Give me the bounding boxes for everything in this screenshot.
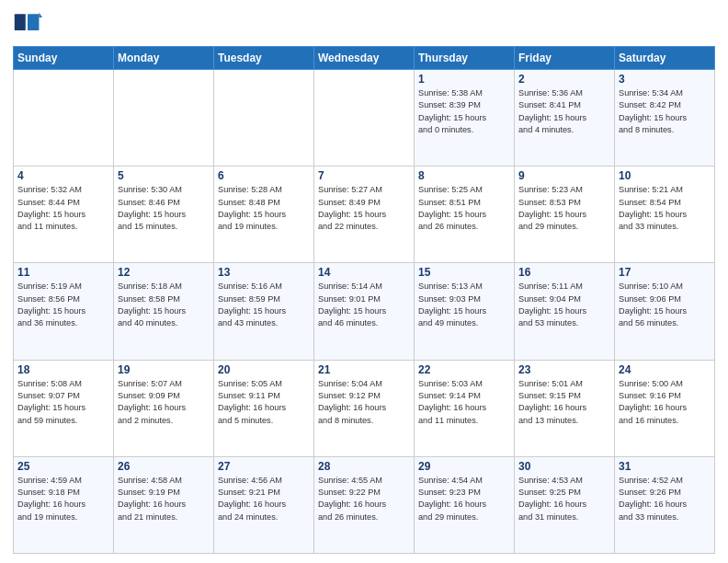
calendar-cell: 3Sunrise: 5:34 AM Sunset: 8:42 PM Daylig…	[615, 70, 715, 167]
weekday-header-wednesday: Wednesday	[314, 47, 415, 70]
calendar-cell: 1Sunrise: 5:38 AM Sunset: 8:39 PM Daylig…	[415, 70, 515, 167]
day-detail: Sunrise: 4:54 AM Sunset: 9:23 PM Dayligh…	[418, 475, 510, 523]
day-number: 27	[218, 460, 310, 473]
calendar-cell: 22Sunrise: 5:03 AM Sunset: 9:14 PM Dayli…	[415, 360, 515, 456]
day-detail: Sunrise: 5:07 AM Sunset: 9:09 PM Dayligh…	[118, 378, 210, 427]
day-detail: Sunrise: 5:21 AM Sunset: 8:54 PM Dayligh…	[619, 184, 711, 233]
day-detail: Sunrise: 5:10 AM Sunset: 9:06 PM Dayligh…	[619, 281, 711, 329]
day-number: 3	[619, 73, 711, 86]
logo-icon	[13, 9, 42, 39]
day-detail: Sunrise: 5:16 AM Sunset: 8:59 PM Dayligh…	[218, 281, 310, 329]
day-number: 30	[518, 460, 610, 473]
day-number: 18	[17, 363, 109, 376]
day-number: 22	[418, 363, 510, 376]
calendar-cell: 15Sunrise: 5:13 AM Sunset: 9:03 PM Dayli…	[415, 263, 515, 360]
calendar-week-1: 1Sunrise: 5:38 AM Sunset: 8:39 PM Daylig…	[14, 70, 715, 167]
day-number: 5	[118, 169, 210, 182]
day-detail: Sunrise: 4:53 AM Sunset: 9:25 PM Dayligh…	[518, 475, 610, 523]
calendar-cell: 26Sunrise: 4:58 AM Sunset: 9:19 PM Dayli…	[114, 456, 214, 553]
calendar-table: SundayMondayTuesdayWednesdayThursdayFrid…	[13, 46, 715, 554]
day-detail: Sunrise: 5:04 AM Sunset: 9:12 PM Dayligh…	[318, 378, 410, 427]
header	[13, 9, 715, 39]
day-number: 25	[17, 460, 109, 473]
weekday-header-thursday: Thursday	[415, 47, 515, 70]
day-detail: Sunrise: 5:19 AM Sunset: 8:56 PM Dayligh…	[17, 281, 109, 329]
calendar-cell: 28Sunrise: 4:55 AM Sunset: 9:22 PM Dayli…	[314, 456, 415, 553]
day-detail: Sunrise: 4:52 AM Sunset: 9:26 PM Dayligh…	[619, 475, 711, 523]
day-detail: Sunrise: 5:14 AM Sunset: 9:01 PM Dayligh…	[318, 281, 410, 329]
calendar-cell: 11Sunrise: 5:19 AM Sunset: 8:56 PM Dayli…	[14, 263, 114, 360]
day-detail: Sunrise: 5:11 AM Sunset: 9:04 PM Dayligh…	[518, 281, 610, 329]
day-number: 11	[17, 266, 109, 279]
day-detail: Sunrise: 5:23 AM Sunset: 8:53 PM Dayligh…	[518, 184, 610, 233]
calendar-week-2: 4Sunrise: 5:32 AM Sunset: 8:44 PM Daylig…	[14, 167, 715, 263]
day-number: 12	[118, 266, 210, 279]
day-number: 26	[118, 460, 210, 473]
day-detail: Sunrise: 5:34 AM Sunset: 8:42 PM Dayligh…	[619, 87, 711, 136]
day-detail: Sunrise: 5:36 AM Sunset: 8:41 PM Dayligh…	[518, 87, 610, 136]
calendar-cell	[114, 70, 214, 167]
calendar-cell: 21Sunrise: 5:04 AM Sunset: 9:12 PM Dayli…	[314, 360, 415, 456]
day-detail: Sunrise: 4:59 AM Sunset: 9:18 PM Dayligh…	[17, 475, 109, 523]
svg-rect-2	[28, 14, 39, 30]
calendar-cell: 4Sunrise: 5:32 AM Sunset: 8:44 PM Daylig…	[14, 167, 114, 263]
day-detail: Sunrise: 5:00 AM Sunset: 9:16 PM Dayligh…	[619, 378, 711, 427]
calendar-cell: 31Sunrise: 4:52 AM Sunset: 9:26 PM Dayli…	[615, 456, 715, 553]
day-detail: Sunrise: 5:03 AM Sunset: 9:14 PM Dayligh…	[418, 378, 510, 427]
page: SundayMondayTuesdayWednesdayThursdayFrid…	[0, 0, 728, 563]
calendar-cell: 27Sunrise: 4:56 AM Sunset: 9:21 PM Dayli…	[214, 456, 314, 553]
day-detail: Sunrise: 5:05 AM Sunset: 9:11 PM Dayligh…	[218, 378, 310, 427]
day-number: 14	[318, 266, 410, 279]
day-number: 13	[218, 266, 310, 279]
day-number: 17	[619, 266, 711, 279]
svg-marker-3	[39, 13, 42, 17]
day-detail: Sunrise: 5:08 AM Sunset: 9:07 PM Dayligh…	[17, 378, 109, 427]
calendar-cell: 13Sunrise: 5:16 AM Sunset: 8:59 PM Dayli…	[214, 263, 314, 360]
day-number: 7	[318, 169, 410, 182]
day-detail: Sunrise: 5:38 AM Sunset: 8:39 PM Dayligh…	[418, 87, 510, 136]
day-detail: Sunrise: 5:28 AM Sunset: 8:48 PM Dayligh…	[218, 184, 310, 233]
calendar-cell: 2Sunrise: 5:36 AM Sunset: 8:41 PM Daylig…	[515, 70, 615, 167]
svg-rect-1	[15, 14, 26, 30]
day-number: 20	[218, 363, 310, 376]
day-number: 29	[418, 460, 510, 473]
calendar-cell	[314, 70, 415, 167]
day-detail: Sunrise: 4:58 AM Sunset: 9:19 PM Dayligh…	[118, 475, 210, 523]
weekday-header-sunday: Sunday	[14, 47, 114, 70]
calendar-cell: 8Sunrise: 5:25 AM Sunset: 8:51 PM Daylig…	[415, 167, 515, 263]
day-detail: Sunrise: 5:01 AM Sunset: 9:15 PM Dayligh…	[518, 378, 610, 427]
day-detail: Sunrise: 5:32 AM Sunset: 8:44 PM Dayligh…	[17, 184, 109, 233]
calendar-cell: 25Sunrise: 4:59 AM Sunset: 9:18 PM Dayli…	[14, 456, 114, 553]
day-number: 23	[518, 363, 610, 376]
calendar-cell: 24Sunrise: 5:00 AM Sunset: 9:16 PM Dayli…	[615, 360, 715, 456]
day-detail: Sunrise: 5:30 AM Sunset: 8:46 PM Dayligh…	[118, 184, 210, 233]
day-number: 19	[118, 363, 210, 376]
day-number: 24	[619, 363, 711, 376]
day-number: 4	[17, 169, 109, 182]
day-number: 21	[318, 363, 410, 376]
calendar-cell: 12Sunrise: 5:18 AM Sunset: 8:58 PM Dayli…	[114, 263, 214, 360]
calendar-cell: 14Sunrise: 5:14 AM Sunset: 9:01 PM Dayli…	[314, 263, 415, 360]
day-detail: Sunrise: 4:55 AM Sunset: 9:22 PM Dayligh…	[318, 475, 410, 523]
calendar-week-4: 18Sunrise: 5:08 AM Sunset: 9:07 PM Dayli…	[14, 360, 715, 456]
weekday-header-tuesday: Tuesday	[214, 47, 314, 70]
calendar-cell: 30Sunrise: 4:53 AM Sunset: 9:25 PM Dayli…	[515, 456, 615, 553]
calendar-cell: 29Sunrise: 4:54 AM Sunset: 9:23 PM Dayli…	[415, 456, 515, 553]
calendar-cell: 16Sunrise: 5:11 AM Sunset: 9:04 PM Dayli…	[515, 263, 615, 360]
calendar-cell: 7Sunrise: 5:27 AM Sunset: 8:49 PM Daylig…	[314, 167, 415, 263]
weekday-header-friday: Friday	[515, 47, 615, 70]
day-number: 31	[619, 460, 711, 473]
calendar-body: 1Sunrise: 5:38 AM Sunset: 8:39 PM Daylig…	[14, 70, 715, 554]
day-detail: Sunrise: 5:25 AM Sunset: 8:51 PM Dayligh…	[418, 184, 510, 233]
day-detail: Sunrise: 5:18 AM Sunset: 8:58 PM Dayligh…	[118, 281, 210, 329]
day-detail: Sunrise: 5:13 AM Sunset: 9:03 PM Dayligh…	[418, 281, 510, 329]
day-detail: Sunrise: 5:27 AM Sunset: 8:49 PM Dayligh…	[318, 184, 410, 233]
calendar-cell: 17Sunrise: 5:10 AM Sunset: 9:06 PM Dayli…	[615, 263, 715, 360]
calendar-cell: 20Sunrise: 5:05 AM Sunset: 9:11 PM Dayli…	[214, 360, 314, 456]
calendar-cell: 18Sunrise: 5:08 AM Sunset: 9:07 PM Dayli…	[14, 360, 114, 456]
calendar-cell: 23Sunrise: 5:01 AM Sunset: 9:15 PM Dayli…	[515, 360, 615, 456]
day-number: 8	[418, 169, 510, 182]
calendar-cell	[14, 70, 114, 167]
calendar-cell: 9Sunrise: 5:23 AM Sunset: 8:53 PM Daylig…	[515, 167, 615, 263]
calendar-week-5: 25Sunrise: 4:59 AM Sunset: 9:18 PM Dayli…	[14, 456, 715, 553]
